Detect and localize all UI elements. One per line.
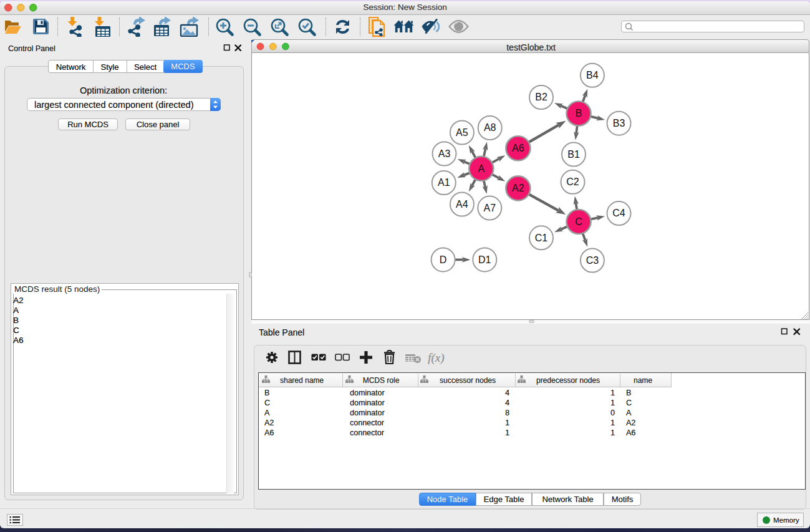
svg-text:D1: D1 xyxy=(478,254,491,265)
svg-text:A6: A6 xyxy=(512,143,524,153)
svg-text:A2: A2 xyxy=(512,183,524,193)
svg-text:C3: C3 xyxy=(586,255,599,266)
svg-text:B4: B4 xyxy=(586,70,599,80)
svg-text:C4: C4 xyxy=(612,208,625,218)
svg-text:C: C xyxy=(575,216,582,227)
svg-text:C1: C1 xyxy=(535,233,548,243)
svg-text:A: A xyxy=(478,163,485,174)
svg-text:A8: A8 xyxy=(484,122,496,133)
svg-text:C2: C2 xyxy=(566,177,579,187)
svg-text:B3: B3 xyxy=(613,118,625,128)
svg-text:B: B xyxy=(576,108,582,118)
svg-text:A7: A7 xyxy=(484,203,496,213)
svg-text:B1: B1 xyxy=(567,149,580,160)
svg-text:A1: A1 xyxy=(438,177,450,188)
svg-text:B2: B2 xyxy=(535,92,547,102)
svg-text:A5: A5 xyxy=(456,127,468,138)
svg-text:D: D xyxy=(440,254,447,265)
svg-text:A4: A4 xyxy=(456,199,468,210)
svg-text:A3: A3 xyxy=(438,148,451,159)
